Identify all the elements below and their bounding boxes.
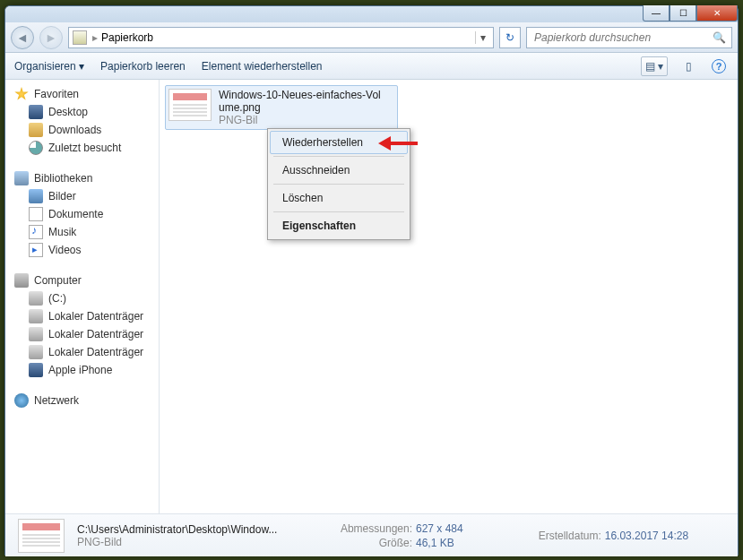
file-name: Windows-10-Neues-einfaches-Volume.png [219,89,381,114]
sidebar-item-local-disk[interactable]: Lokaler Datenträger [9,325,155,343]
annotation-arrow [389,136,428,151]
file-type-label: PNG-Bil [219,114,381,126]
star-icon [14,87,29,101]
details-filetype: PNG-Bild [77,536,310,548]
computer-icon [14,273,29,288]
command-bar: Organisieren ▾ Papierkorb leeren Element… [5,53,738,80]
address-bar[interactable]: ▸ Papierkorb ▾ [68,27,494,48]
recent-icon [29,141,43,155]
drive-icon [29,309,43,323]
titlebar[interactable]: — ☐ ✕ [5,6,738,22]
size-label: Größe: [323,537,412,549]
search-box[interactable]: 🔍 [526,27,732,48]
maximize-button[interactable]: ☐ [670,5,696,22]
preview-pane-button[interactable]: ▯ [678,56,698,76]
window-controls: — ☐ ✕ [643,5,738,22]
empty-recycle-bin-button[interactable]: Papierkorb leeren [100,60,186,73]
nav-bar: ◄ ► ▸ Papierkorb ▾ ↻ 🔍 [5,22,738,53]
explorer-window: — ☐ ✕ ◄ ► ▸ Papierkorb ▾ ↻ 🔍 Organisiere… [4,5,739,556]
documents-icon [29,207,43,221]
dimensions-value: 627 x 484 [416,522,463,535]
size-value: 46,1 KB [416,537,454,549]
drive-icon [29,327,43,341]
sidebar-item-pictures[interactable]: Bilder [9,187,155,205]
separator [273,211,404,212]
computer-header[interactable]: Computer [9,271,155,289]
minimize-button[interactable]: — [643,5,670,22]
ctx-properties[interactable]: Eigenschaften [270,214,408,237]
network-header[interactable]: Netzwerk [9,392,155,409]
navigation-pane[interactable]: Favoriten Desktop Downloads Zuletzt besu… [5,80,160,513]
sidebar-item-desktop[interactable]: Desktop [9,103,155,121]
file-list[interactable]: Windows-10-Neues-einfaches-Volume.png PN… [160,80,738,513]
music-icon [29,225,43,239]
separator [273,156,404,157]
sidebar-item-documents[interactable]: Dokumente [9,205,155,223]
ctx-delete[interactable]: Löschen [270,186,408,210]
search-icon[interactable]: 🔍 [713,31,726,44]
chevron-right-icon: ▸ [92,31,98,44]
separator [273,184,404,185]
organize-menu[interactable]: Organisieren ▾ [14,60,84,73]
drive-icon [29,345,43,359]
videos-icon [29,243,43,257]
file-item[interactable]: Windows-10-Neues-einfaches-Volume.png PN… [165,85,398,130]
ctx-cut[interactable]: Ausschneiden [270,159,408,182]
sidebar-item-downloads[interactable]: Downloads [9,121,155,139]
address-dropdown[interactable]: ▾ [475,31,489,44]
file-info: Windows-10-Neues-einfaches-Volume.png PN… [219,89,381,126]
address-location: Papierkorb [101,31,153,44]
network-icon [14,393,29,408]
help-button[interactable]: ? [709,56,729,76]
view-options-button[interactable]: ▤ ▾ [641,56,668,76]
sidebar-item-local-disk[interactable]: Lokaler Datenträger [9,343,155,361]
restore-item-button[interactable]: Element wiederherstellen [202,60,323,73]
refresh-button[interactable]: ↻ [499,27,521,48]
downloads-icon [29,123,43,137]
device-icon [29,363,43,377]
sidebar-item-music[interactable]: Musik [9,223,155,241]
recycle-bin-icon [73,30,87,45]
details-path: C:\Users\Administrator\Desktop\Window... [77,523,310,536]
sidebar-item-local-disk[interactable]: Lokaler Datenträger [9,307,155,325]
sidebar-item-drive-c[interactable]: (C:) [9,289,155,307]
libraries-icon [14,171,29,185]
libraries-header[interactable]: Bibliotheken [9,169,155,187]
forward-button[interactable]: ► [39,26,63,49]
pictures-icon [29,189,43,203]
search-input[interactable] [532,30,713,45]
close-button[interactable]: ✕ [696,5,738,22]
sidebar-item-videos[interactable]: Videos [9,241,155,259]
favorites-header[interactable]: Favoriten [9,85,155,103]
sidebar-item-iphone[interactable]: Apple iPhone [9,361,155,379]
back-button[interactable]: ◄ [11,26,34,49]
dimensions-label: Abmessungen: [323,522,412,535]
details-pane: C:\Users\Administrator\Desktop\Window...… [5,513,738,556]
created-value: 16.03.2017 14:28 [605,530,688,542]
file-thumbnail [168,89,212,121]
sidebar-item-recent[interactable]: Zuletzt besucht [9,139,155,157]
details-thumbnail [18,519,65,553]
created-label: Erstelldatum: [512,530,601,542]
drive-icon [29,291,43,306]
desktop-icon [29,105,43,119]
